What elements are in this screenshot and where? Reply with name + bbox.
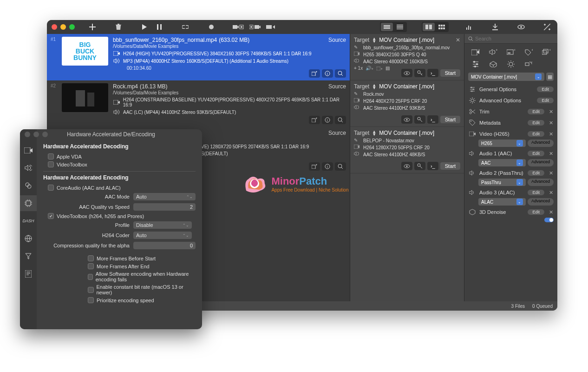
start-button[interactable]: Start bbox=[440, 69, 460, 77]
prioritize-speed-checkbox[interactable] bbox=[88, 297, 94, 303]
stepper-icon[interactable]: ▲▼ bbox=[372, 37, 376, 43]
h264-coder-select[interactable]: Auto⌃⌄ bbox=[133, 232, 192, 239]
container-dropdown[interactable]: MOV Container [.mov] ⌄ bbox=[468, 73, 544, 81]
edit-button[interactable]: Edit bbox=[528, 190, 544, 195]
advanced-button[interactable]: Advanced bbox=[528, 179, 554, 186]
file-item[interactable]: #2 Rock.mp4 (16.13 MB) Source /Volumes/D… bbox=[47, 80, 350, 127]
close-icon[interactable]: ✕ bbox=[549, 170, 554, 176]
search-item-button[interactable] bbox=[335, 116, 346, 124]
edit-button[interactable]: Edit bbox=[528, 151, 544, 156]
info-button[interactable]: i bbox=[322, 116, 333, 124]
stepper-icon[interactable]: ▲▼ bbox=[372, 130, 376, 136]
export-button[interactable] bbox=[265, 22, 276, 32]
apple-vda-checkbox[interactable] bbox=[48, 153, 54, 159]
edit-button[interactable]: Edit bbox=[528, 120, 544, 126]
prefs-tab-network[interactable] bbox=[20, 231, 37, 246]
add-button[interactable] bbox=[87, 22, 98, 32]
more-frames-after-checkbox[interactable] bbox=[88, 263, 94, 269]
eye-button[interactable] bbox=[401, 115, 412, 124]
advanced-button[interactable]: Advanced bbox=[528, 159, 554, 166]
target-item[interactable]: ✕ Target ▲▼ MOV Container [.mov] ✎bbb_su… bbox=[350, 34, 464, 80]
edit-button[interactable]: Edit bbox=[537, 98, 554, 103]
layout-split-button[interactable] bbox=[423, 23, 435, 31]
stats-button[interactable] bbox=[464, 22, 475, 32]
prefs-tab-video[interactable] bbox=[20, 142, 37, 158]
edit-button[interactable]: Edit bbox=[528, 109, 544, 114]
allow-software-checkbox[interactable] bbox=[88, 274, 93, 280]
stepper-icon[interactable]: ▲▼ bbox=[372, 84, 376, 89]
trim-row[interactable]: Trim Edit ✕ bbox=[464, 106, 557, 117]
view-compact-button[interactable] bbox=[381, 23, 393, 31]
advanced-options-row[interactable]: Advanced Options Edit bbox=[464, 95, 557, 106]
link-button[interactable] bbox=[180, 22, 191, 32]
download-button[interactable] bbox=[490, 22, 501, 32]
close-icon[interactable]: ✕ bbox=[549, 109, 554, 115]
terminal-button[interactable]: ›_ bbox=[427, 69, 438, 77]
prefs-tab-dash[interactable]: DASH bbox=[20, 213, 37, 229]
advanced-button[interactable]: Advanced bbox=[528, 140, 554, 147]
video-plus-icon[interactable]: + bbox=[467, 46, 484, 58]
terminal-button[interactable]: ›_ bbox=[427, 162, 438, 170]
search-item-button[interactable] bbox=[335, 162, 346, 171]
subtitle-plus-icon[interactable]: ⬚₊ bbox=[376, 66, 383, 71]
denoise-row[interactable]: 3D Denoise Edit ✕ bbox=[464, 206, 557, 218]
play-button[interactable] bbox=[139, 22, 150, 32]
edit-button[interactable]: Edit bbox=[528, 170, 544, 176]
start-button[interactable]: Start bbox=[440, 116, 460, 123]
sliders-icon[interactable] bbox=[467, 59, 484, 70]
edit-button[interactable]: Edit bbox=[537, 86, 554, 92]
videotoolbox-decode-checkbox[interactable] bbox=[48, 161, 54, 167]
video-section-row[interactable]: Video (H265) Edit ✕ bbox=[464, 128, 557, 140]
camera-image-button[interactable] bbox=[232, 22, 245, 32]
audio-plus-icon[interactable]: 🔊₊ bbox=[366, 66, 373, 71]
audio1-section-row[interactable]: Audio 1 (AAC) Edit ✕ bbox=[464, 148, 557, 159]
layers-icon[interactable]: ▤ bbox=[385, 66, 390, 71]
layers-plus-icon[interactable]: + bbox=[538, 46, 555, 58]
metadata-row[interactable]: Metadata Edit ✕ bbox=[464, 117, 557, 128]
close-icon[interactable]: ✕ bbox=[549, 131, 554, 137]
close-icon[interactable]: ✕ bbox=[549, 151, 554, 157]
info-button[interactable]: i bbox=[322, 162, 333, 171]
start-button[interactable]: Start bbox=[440, 162, 460, 170]
prefs-tab-log[interactable] bbox=[20, 266, 37, 282]
box-icon[interactable] bbox=[485, 59, 502, 70]
general-options-row[interactable]: General Options Edit bbox=[464, 84, 557, 95]
info-button[interactable]: i bbox=[322, 69, 333, 78]
search-input[interactable] bbox=[475, 36, 554, 41]
profile-select[interactable]: Disable⌃⌄ bbox=[133, 221, 192, 229]
cbr-checkbox[interactable] bbox=[88, 287, 94, 293]
key-button[interactable] bbox=[414, 69, 425, 77]
denoise-toggle[interactable] bbox=[544, 218, 554, 222]
audio2-section-row[interactable]: Audio 2 (PassThru) Edit ✕ bbox=[464, 167, 557, 179]
audio-plus-icon[interactable]: + bbox=[485, 46, 502, 58]
close-icon[interactable]: ✕ bbox=[549, 190, 554, 196]
maximize-window-button[interactable] bbox=[69, 24, 75, 30]
image-camera-button[interactable] bbox=[248, 22, 261, 32]
close-icon[interactable]: ✕ bbox=[549, 120, 554, 126]
search-item-button[interactable] bbox=[335, 69, 346, 78]
view-list-button[interactable] bbox=[394, 23, 406, 31]
video-codec-dropdown[interactable]: H265⌄ bbox=[478, 140, 526, 147]
prefs-tab-filters[interactable] bbox=[20, 178, 37, 193]
eye-button[interactable] bbox=[401, 162, 412, 170]
subtitle-plus-icon[interactable]: + bbox=[503, 46, 519, 58]
edit-button[interactable]: Edit bbox=[528, 131, 544, 137]
more-frames-before-checkbox[interactable] bbox=[88, 255, 94, 261]
file-item[interactable]: #1 BIGBUCKBUNNY bbb_sunflower_2160p_30fp… bbox=[47, 34, 350, 80]
alpha-quality-slider[interactable]: 0 bbox=[133, 242, 196, 249]
add-target-button[interactable] bbox=[309, 116, 320, 124]
coreaudio-checkbox[interactable] bbox=[48, 185, 54, 191]
preview-button[interactable] bbox=[516, 22, 527, 32]
prefs-tab-funnel[interactable] bbox=[20, 248, 37, 264]
prefs-tab-audio[interactable] bbox=[20, 160, 37, 176]
edit-tool-button[interactable] bbox=[542, 22, 553, 32]
minimize-window-button[interactable] bbox=[60, 24, 66, 30]
close-window-button[interactable] bbox=[52, 24, 57, 30]
eye-button[interactable] bbox=[401, 69, 412, 77]
advanced-button[interactable]: Advanced bbox=[528, 198, 554, 206]
audio1-codec-dropdown[interactable]: AAC⌄ bbox=[478, 159, 526, 166]
add-target-button[interactable] bbox=[309, 69, 320, 78]
edit-button[interactable]: Edit bbox=[528, 209, 544, 215]
close-icon[interactable]: ✕ bbox=[549, 209, 554, 215]
container-info-button[interactable]: ▦ bbox=[546, 73, 554, 81]
